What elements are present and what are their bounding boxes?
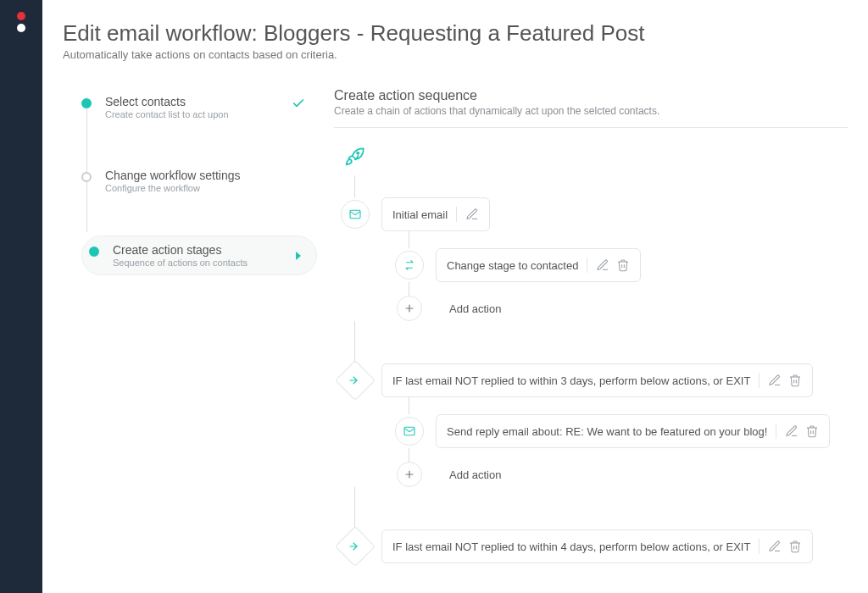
flow-connector	[409, 397, 409, 414]
rocket-icon	[344, 145, 848, 170]
divider	[587, 258, 587, 273]
node-label: IF last email NOT replied to within 4 da…	[392, 540, 750, 553]
trash-icon[interactable]	[788, 540, 802, 553]
flow-connector	[409, 448, 409, 462]
nav-dot-1	[17, 12, 25, 20]
plus-icon	[397, 296, 422, 321]
divider	[759, 539, 760, 554]
edit-icon[interactable]	[768, 374, 782, 387]
step-create-action-stages[interactable]: Create action stages Sequence of actions…	[81, 236, 317, 275]
step-title: Select contacts	[105, 95, 229, 108]
check-icon	[292, 97, 305, 114]
svg-point-0	[357, 152, 359, 154]
step-title: Create action stages	[113, 243, 248, 257]
branch-icon	[335, 526, 376, 567]
flow-connector	[354, 175, 355, 197]
divider	[456, 207, 457, 222]
node-label: Send reply email about: RE: We want to b…	[447, 425, 767, 438]
step-title: Change workflow settings	[105, 169, 241, 182]
add-action-button[interactable]: Add action	[388, 462, 848, 487]
edit-icon[interactable]	[785, 424, 798, 438]
step-sub: Sequence of actions on contacts	[113, 258, 248, 268]
divider	[759, 373, 760, 388]
node-label: IF last email NOT replied to within 3 da…	[392, 374, 750, 387]
mail-icon	[395, 417, 424, 446]
step-sub: Configure the workflow	[105, 183, 241, 193]
branch-icon	[335, 360, 376, 401]
flow-connector	[409, 231, 409, 248]
trash-icon[interactable]	[788, 374, 802, 387]
step-sub: Create contact list to act upon	[105, 109, 229, 119]
action-sequence-panel: Create action sequence Create a chain of…	[334, 88, 848, 563]
page-subtitle: Automatically take actions on contacts b…	[63, 48, 848, 61]
step-select-contacts[interactable]: Select contacts Create contact list to a…	[81, 88, 317, 126]
divider	[334, 127, 848, 128]
step-change-settings[interactable]: Change workflow settings Configure the w…	[81, 162, 317, 200]
step-marker-pending	[81, 172, 92, 182]
trash-icon[interactable]	[805, 424, 819, 438]
nav-dot-2	[17, 24, 25, 32]
wizard-steps: Select contacts Create contact list to a…	[63, 88, 317, 563]
nav-rail	[0, 0, 42, 593]
node-label: Initial email	[392, 208, 448, 221]
svg-rect-4	[404, 427, 415, 435]
step-marker-done	[81, 98, 92, 108]
node-condition-2[interactable]: IF last email NOT replied to within 4 da…	[334, 529, 848, 563]
add-action-label: Add action	[449, 468, 501, 481]
page-title: Edit email workflow: Bloggers - Requesti…	[63, 20, 848, 47]
add-action-button[interactable]: Add action	[388, 296, 848, 321]
node-send-reply-email[interactable]: Send reply email about: RE: We want to b…	[388, 414, 848, 448]
section-sub: Create a chain of actions that dynamical…	[334, 105, 848, 117]
mail-icon	[341, 200, 370, 229]
node-initial-email[interactable]: Initial email	[334, 197, 848, 231]
add-action-label: Add action	[449, 302, 501, 315]
edit-icon[interactable]	[465, 208, 479, 221]
flow-connector	[409, 282, 409, 296]
flow-connector	[354, 321, 355, 363]
node-condition-1[interactable]: IF last email NOT replied to within 3 da…	[334, 363, 848, 397]
node-change-stage[interactable]: Change stage to contacted	[388, 248, 848, 282]
swap-icon	[395, 251, 424, 280]
flow-connector	[354, 487, 355, 529]
svg-rect-1	[350, 210, 360, 218]
edit-icon[interactable]	[768, 540, 782, 553]
trash-icon[interactable]	[616, 258, 630, 272]
plus-icon	[397, 462, 422, 487]
divider	[776, 424, 776, 439]
section-title: Create action sequence	[334, 88, 848, 103]
step-marker-active	[89, 247, 99, 257]
chevron-right-icon	[296, 248, 301, 263]
edit-icon[interactable]	[596, 258, 609, 272]
node-label: Change stage to contacted	[447, 259, 578, 272]
